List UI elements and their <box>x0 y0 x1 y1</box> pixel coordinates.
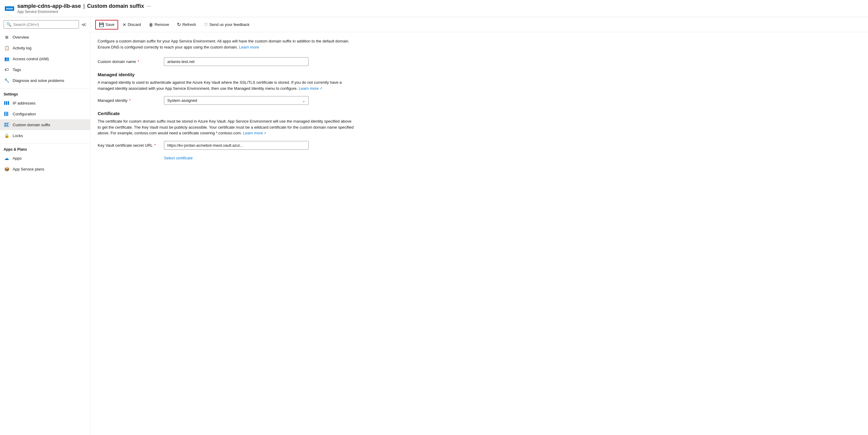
certificate-description: The certificate for custom domain suffix… <box>98 119 354 136</box>
refresh-icon: ↻ <box>177 22 181 27</box>
certificate-learn-more-link[interactable]: Learn more ↗ <box>243 130 266 136</box>
managed-identity-select-wrapper: System assigned User assigned <box>164 96 309 105</box>
refresh-button[interactable]: ↻ Refresh <box>174 20 199 30</box>
feedback-icon: ♡ <box>204 22 208 27</box>
svg-rect-9 <box>5 125 6 126</box>
sidebar-item-ip-addresses[interactable]: IP addresses <box>0 98 90 108</box>
managed-identity-section: Managed identity A managed identity is u… <box>98 72 354 105</box>
settings-section-label: Settings <box>0 90 90 98</box>
activity-log-icon: 📋 <box>4 45 10 51</box>
svg-rect-4 <box>6 112 7 116</box>
sidebar-item-locks[interactable]: 🔒 Locks <box>0 130 90 141</box>
page-title: Custom domain suffix <box>87 3 144 9</box>
ip-icon <box>4 100 10 106</box>
configuration-icon <box>4 111 10 117</box>
certificate-section: Certificate The certificate for custom d… <box>98 111 354 160</box>
sidebar-item-overview[interactable]: ⊞ Overview <box>0 32 90 42</box>
page-header: www sample-cdns-app-ilb-ase | Custom dom… <box>0 0 868 17</box>
search-box[interactable]: 🔍 <box>4 20 79 29</box>
discard-label: Discard <box>128 22 141 27</box>
svg-rect-7 <box>5 123 6 125</box>
sidebar-item-custom-domain-suffix[interactable]: Custom domain suffix <box>0 119 90 130</box>
sidebar-item-label: Tags <box>13 67 21 72</box>
required-indicator: * <box>138 59 139 64</box>
discard-icon: ✕ <box>123 22 126 27</box>
svg-rect-10 <box>7 125 8 126</box>
sidebar: 🔍 ≪ ⊞ Overview 📋 Activity log 👥 Access c… <box>0 17 90 435</box>
sidebar-item-configuration[interactable]: Configuration <box>0 108 90 119</box>
managed-identity-title: Managed identity <box>98 72 354 77</box>
svg-rect-1 <box>6 101 7 105</box>
search-icon: 🔍 <box>6 22 11 27</box>
tags-icon: 🏷 <box>4 67 10 73</box>
toolbar: 💾 Save ✕ Discard 🗑 Remove ↻ Refresh ♡ Se… <box>90 17 868 32</box>
feedback-label: Send us your feedback <box>210 22 250 27</box>
sidebar-item-label: App Service plans <box>13 167 44 171</box>
discard-button[interactable]: ✕ Discard <box>119 20 144 29</box>
sidebar-item-app-service-plans[interactable]: 📦 App Service plans <box>0 164 90 174</box>
external-link-icon-2: ↗ <box>264 131 266 136</box>
diagnose-icon: 🔧 <box>4 77 10 83</box>
select-certificate-row: Select certificate <box>164 156 354 160</box>
more-options-icon[interactable]: ··· <box>147 3 151 9</box>
svg-rect-0 <box>4 101 5 105</box>
select-certificate-link[interactable]: Select certificate <box>164 156 193 160</box>
sidebar-item-label: Access control (IAM) <box>13 57 49 61</box>
key-vault-url-input[interactable] <box>164 141 309 150</box>
sidebar-item-label: Activity log <box>13 46 31 50</box>
overview-icon: ⊞ <box>4 34 10 40</box>
custom-domain-label: Custom domain name * <box>98 59 164 64</box>
certificate-title: Certificate <box>98 111 354 116</box>
svg-rect-8 <box>7 123 8 125</box>
managed-identity-description: A managed identity is used to authentica… <box>98 79 354 91</box>
www-icon: www <box>5 6 14 11</box>
collapse-icon[interactable]: ≪ <box>82 22 87 27</box>
refresh-label: Refresh <box>182 22 196 27</box>
key-vault-url-label: Key Vault certificate secret URL * <box>98 143 164 147</box>
apps-icon: ☁ <box>4 155 10 161</box>
svg-rect-3 <box>4 112 5 116</box>
save-icon: 💾 <box>99 22 104 27</box>
managed-identity-label: Managed identity * <box>98 98 164 103</box>
save-button[interactable]: 💾 Save <box>95 20 118 30</box>
managed-identity-select[interactable]: System assigned User assigned <box>164 96 309 105</box>
apps-plans-section-label: Apps & Plans <box>0 145 90 153</box>
required-indicator: * <box>129 98 131 103</box>
content-body: Configure a custom domain suffix for you… <box>90 32 362 166</box>
remove-label: Remove <box>155 22 169 27</box>
sidebar-item-label: Diagnose and solve problems <box>13 78 64 83</box>
learn-more-link-description[interactable]: Learn more <box>239 45 259 49</box>
svg-rect-5 <box>7 112 8 116</box>
resource-name: sample-cdns-app-ilb-ase <box>17 3 81 9</box>
content-area: 💾 Save ✕ Discard 🗑 Remove ↻ Refresh ♡ Se… <box>90 17 868 435</box>
external-link-icon: ↗ <box>319 86 322 91</box>
svg-rect-2 <box>8 101 9 105</box>
locks-icon: 🔒 <box>4 133 10 139</box>
iam-icon: 👥 <box>4 56 10 62</box>
managed-identity-row: Managed identity * System assigned User … <box>98 96 354 105</box>
sidebar-item-activity-log[interactable]: 📋 Activity log <box>0 42 90 53</box>
header-subtitle: App Service Environment <box>17 10 151 14</box>
sidebar-item-label: IP addresses <box>13 101 36 105</box>
managed-identity-learn-more-link[interactable]: Learn more ↗ <box>299 86 322 92</box>
key-vault-url-row: Key Vault certificate secret URL * <box>98 141 354 150</box>
sidebar-item-tags[interactable]: 🏷 Tags <box>0 64 90 75</box>
sidebar-item-label: Locks <box>13 133 23 138</box>
feedback-button[interactable]: ♡ Send us your feedback <box>201 20 253 29</box>
plans-icon: 📦 <box>4 166 10 172</box>
sidebar-item-label: Overview <box>13 35 29 39</box>
required-indicator: * <box>154 143 156 147</box>
remove-button[interactable]: 🗑 Remove <box>146 20 173 29</box>
sidebar-item-label: Custom domain suffix <box>13 123 50 127</box>
header-titles: sample-cdns-app-ilb-ase | Custom domain … <box>17 3 151 14</box>
save-label: Save <box>105 22 115 27</box>
title-separator: | <box>83 3 85 9</box>
sidebar-item-iam[interactable]: 👥 Access control (IAM) <box>0 53 90 64</box>
custom-domain-input[interactable] <box>164 57 309 66</box>
custom-domain-icon <box>4 122 10 128</box>
sidebar-item-label: Apps <box>13 156 22 161</box>
search-input[interactable] <box>13 22 76 27</box>
custom-domain-row: Custom domain name * <box>98 57 354 66</box>
sidebar-item-diagnose[interactable]: 🔧 Diagnose and solve problems <box>0 75 90 86</box>
sidebar-item-apps[interactable]: ☁ Apps <box>0 153 90 164</box>
